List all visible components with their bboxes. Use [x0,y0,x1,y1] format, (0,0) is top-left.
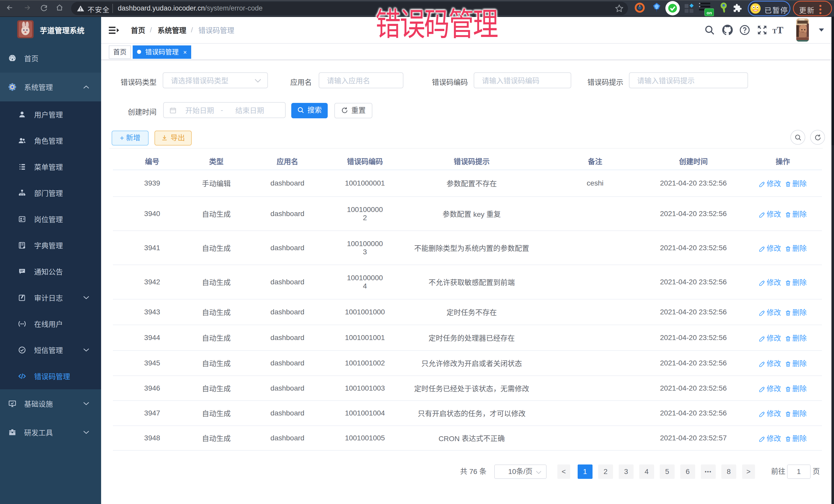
svg-text:on: on [707,10,712,15]
